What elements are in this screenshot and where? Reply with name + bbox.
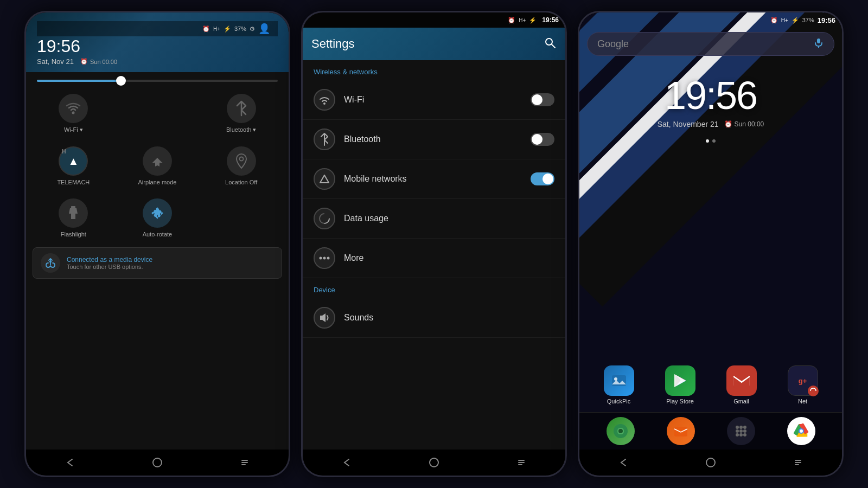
telemach-tile-icon: H ▲ bbox=[59, 146, 88, 176]
time-p2: 19:56 bbox=[542, 16, 559, 24]
home-button-p3[interactable] bbox=[701, 453, 720, 472]
airplane-tile-label: Airplane mode bbox=[138, 179, 177, 185]
svg-point-34 bbox=[743, 426, 746, 429]
user-avatar-icon[interactable]: 👤 bbox=[258, 23, 270, 35]
battery-icon-p2: ⚡ bbox=[529, 17, 537, 24]
bluetooth-toggle-thumb bbox=[532, 134, 542, 145]
status-bar-p3: ⏰ H+ ⚡ 37% 19:56 bbox=[579, 12, 842, 28]
app-playstore[interactable]: Play Store bbox=[652, 365, 709, 404]
brightness-thumb[interactable] bbox=[116, 76, 126, 86]
dock-chrome[interactable] bbox=[787, 417, 815, 445]
settings-item-data[interactable]: Data usage bbox=[303, 199, 565, 239]
qs-tiles: Wi-Fi ▾ Bluetooth ▾ bbox=[26, 86, 289, 243]
recents-button-p2[interactable] bbox=[512, 453, 531, 472]
gmail-label: Gmail bbox=[733, 398, 749, 404]
recents-button-p3[interactable] bbox=[788, 453, 808, 472]
recents-button-p1[interactable] bbox=[235, 453, 254, 472]
battery-percent-p1: 37% bbox=[234, 25, 246, 32]
flashlight-tile-icon bbox=[59, 198, 88, 228]
settings-header: Settings bbox=[303, 28, 565, 60]
settings-search-icon[interactable] bbox=[544, 36, 557, 52]
svg-rect-3 bbox=[49, 261, 52, 262]
google-search-bar[interactable]: Google bbox=[587, 32, 834, 56]
svg-point-36 bbox=[739, 429, 743, 433]
settings-item-bluetooth[interactable]: Bluetooth bbox=[303, 120, 565, 159]
status-bar-p2: ⏰ H+ ⚡ 19:56 bbox=[303, 12, 565, 28]
telemach-tile-label: TELEMACH bbox=[57, 179, 90, 185]
alarm-icon-small: ⏰ bbox=[80, 58, 88, 65]
dock-inbox[interactable] bbox=[667, 417, 695, 445]
app-gmail[interactable]: Gmail bbox=[713, 365, 770, 404]
google-mic-icon[interactable] bbox=[813, 37, 824, 51]
settings-item-sounds[interactable]: Sounds bbox=[303, 298, 565, 338]
alarm-icon-p3: ⏰ bbox=[770, 17, 778, 24]
settings-item-mobile[interactable]: Mobile networks bbox=[303, 159, 565, 199]
home-button-p2[interactable] bbox=[424, 453, 444, 472]
nav-bar-p1 bbox=[26, 450, 289, 476]
svg-rect-6 bbox=[241, 462, 248, 463]
svg-point-35 bbox=[736, 429, 739, 433]
dock-maps[interactable] bbox=[607, 417, 635, 445]
home-button-p1[interactable] bbox=[148, 453, 167, 472]
bluetooth-toggle[interactable] bbox=[531, 133, 554, 146]
app-net[interactable]: g+ Net bbox=[774, 365, 831, 404]
svg-point-16 bbox=[430, 458, 438, 467]
nav-bar-p2 bbox=[303, 450, 565, 476]
svg-rect-31 bbox=[674, 427, 687, 436]
location-tile-label: Location Off bbox=[225, 179, 257, 185]
qs-tile-flashlight[interactable]: Flashlight bbox=[31, 191, 116, 243]
svg-rect-19 bbox=[518, 464, 522, 465]
svg-rect-5 bbox=[241, 460, 248, 461]
svg-point-15 bbox=[327, 257, 330, 260]
dock-apps[interactable] bbox=[727, 417, 755, 445]
qs-tile-location[interactable]: Location Off bbox=[199, 139, 283, 191]
home-app-grid: QuickPic bbox=[579, 360, 842, 410]
more-settings-icon bbox=[314, 247, 335, 269]
nav-bar-p3 bbox=[579, 450, 842, 476]
qs-alarm-time: Sun 00:00 bbox=[90, 59, 117, 65]
svg-point-39 bbox=[739, 433, 743, 436]
qs-notification[interactable]: Connected as a media device Touch for ot… bbox=[33, 247, 282, 279]
settings-scroll[interactable]: Wireless & networks Wi-Fi bbox=[303, 60, 565, 450]
svg-point-32 bbox=[736, 426, 739, 429]
brightness-row[interactable] bbox=[26, 72, 289, 86]
data-usage-icon bbox=[314, 208, 335, 229]
playstore-icon bbox=[665, 365, 695, 396]
autorotate-tile-icon bbox=[143, 198, 172, 228]
bluetooth-tile-label: Bluetooth ▾ bbox=[226, 126, 257, 133]
back-button-p1[interactable] bbox=[60, 453, 80, 472]
svg-rect-17 bbox=[518, 460, 525, 461]
svg-point-44 bbox=[800, 429, 803, 433]
phone3-content: ⏰ H+ ⚡ 37% 19:56 Google bbox=[579, 12, 842, 476]
airplane-tile-icon bbox=[143, 146, 172, 176]
qs-tile-telemach[interactable]: H ▲ TELEMACH bbox=[31, 139, 116, 191]
svg-point-30 bbox=[618, 429, 623, 433]
mobile-networks-toggle[interactable] bbox=[531, 172, 554, 185]
back-button-p2[interactable] bbox=[337, 453, 356, 472]
dot-2 bbox=[712, 139, 716, 143]
settings-item-more[interactable]: More bbox=[303, 239, 565, 278]
google-search-text: Google bbox=[597, 38, 813, 50]
dot-1 bbox=[706, 139, 709, 143]
settings-item-wifi[interactable]: Wi-Fi bbox=[303, 80, 565, 120]
back-button-p3[interactable] bbox=[614, 453, 633, 472]
qs-tile-autorotate[interactable]: Auto-rotate bbox=[116, 191, 200, 243]
qs-tile-airplane[interactable]: Airplane mode bbox=[116, 139, 200, 191]
net-label: Net bbox=[798, 398, 807, 404]
svg-point-38 bbox=[736, 433, 739, 436]
wifi-tile-label: Wi-Fi ▾ bbox=[64, 126, 83, 133]
data-usage-label: Data usage bbox=[344, 214, 554, 223]
net-badge bbox=[808, 386, 819, 396]
qs-tile-bluetooth[interactable]: Bluetooth ▾ bbox=[199, 86, 283, 139]
brightness-track[interactable] bbox=[37, 80, 278, 82]
phone-settings: ⏰ H+ ⚡ 19:56 Settings Wireless & network… bbox=[301, 11, 567, 477]
qs-tile-wifi[interactable]: Wi-Fi ▾ bbox=[31, 86, 116, 139]
net-icon: g+ bbox=[788, 365, 818, 396]
wifi-toggle-thumb bbox=[532, 94, 542, 105]
qs-date: Sat, Nov 21 bbox=[37, 57, 74, 66]
wifi-toggle[interactable] bbox=[531, 93, 554, 106]
home-date-row: Sat, November 21 ⏰ Sun 00:00 bbox=[658, 120, 764, 129]
app-quickpic[interactable]: QuickPic bbox=[590, 365, 647, 404]
settings-gear-icon[interactable]: ⚙ bbox=[250, 25, 255, 33]
svg-point-10 bbox=[323, 102, 326, 105]
